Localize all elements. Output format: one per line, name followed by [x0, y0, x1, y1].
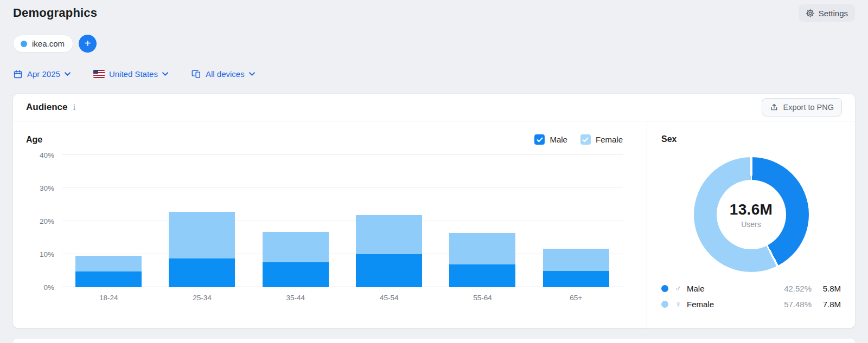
domain-row: ikea.com + — [13, 35, 855, 53]
x-tick-label: 55-64 — [436, 294, 529, 302]
bar-bands — [62, 154, 623, 287]
domain-chip[interactable]: ikea.com — [13, 35, 73, 53]
sex-donut-center: 13.6M Users — [717, 180, 786, 249]
sex-title: Sex — [661, 134, 841, 144]
bar-stack[interactable] — [543, 249, 609, 287]
bar-segment-female[interactable] — [263, 232, 329, 262]
age-section: Age Male Female — [13, 121, 647, 328]
chevron-down-icon — [65, 72, 71, 76]
bar-segment-male[interactable] — [543, 271, 609, 288]
bar-band — [62, 154, 155, 287]
y-tick-label: 0% — [43, 283, 54, 292]
sex-legend: ♂ Male 42.52% 5.8M ♀ Female 57.48% 7.8M — [661, 281, 841, 312]
female-label: Female — [687, 300, 714, 309]
bar-segment-female[interactable] — [75, 256, 142, 271]
total-users-label: Users — [741, 220, 761, 229]
devices-filter-label: All devices — [206, 69, 245, 79]
bar-segment-male[interactable] — [449, 264, 515, 287]
female-value: 7.8M — [812, 300, 841, 309]
audience-title: Audience — [26, 102, 68, 113]
x-tick-label: 45-54 — [342, 294, 436, 302]
bar-band — [342, 154, 436, 287]
male-dot — [661, 285, 668, 292]
bar-segment-female[interactable] — [356, 215, 422, 254]
x-axis: 18-2425-3435-4445-5455-6465+ — [62, 294, 623, 302]
devices-icon — [191, 69, 201, 79]
age-plot: 18-2425-3435-4445-5455-6465+ — [62, 154, 623, 302]
x-tick-label: 65+ — [529, 294, 623, 302]
female-checkbox[interactable] — [580, 134, 591, 145]
chevron-down-icon — [162, 72, 168, 76]
domain-color-dot — [21, 41, 27, 47]
age-header: Age Male Female — [26, 134, 623, 145]
bar-band — [249, 154, 342, 287]
x-tick-label: 18-24 — [62, 294, 155, 302]
y-axis: 0%10%20%30%40% — [26, 154, 54, 302]
y-tick-label: 10% — [40, 250, 54, 258]
x-tick-label: 25-34 — [155, 294, 248, 302]
us-flag-icon — [93, 70, 105, 78]
female-dot — [661, 301, 668, 308]
legend-female-label: Female — [596, 135, 623, 144]
settings-button[interactable]: Settings — [799, 4, 855, 22]
bar-segment-female[interactable] — [449, 233, 515, 264]
sex-donut: 13.6M Users — [694, 157, 809, 272]
domain-label: ikea.com — [32, 39, 65, 48]
bar-segment-female[interactable] — [169, 212, 235, 258]
sex-row-female[interactable]: ♀ Female 57.48% 7.8M — [661, 296, 841, 312]
y-tick-label: 30% — [40, 184, 54, 192]
male-label: Male — [687, 284, 705, 293]
audience-card: Audience i Export to PNG Age — [13, 94, 855, 328]
male-symbol-icon: ♂ — [673, 284, 683, 294]
male-percent: 42.52% — [784, 284, 812, 293]
x-tick-label: 35-44 — [249, 294, 342, 302]
date-filter-label: Apr 2025 — [27, 69, 60, 79]
export-to-png-button[interactable]: Export to PNG — [762, 98, 842, 117]
bar-segment-male[interactable] — [356, 254, 422, 287]
bar-stack[interactable] — [169, 212, 235, 287]
legend-item-male[interactable]: Male — [534, 134, 567, 145]
bar-stack[interactable] — [356, 215, 422, 287]
bar-stack[interactable] — [75, 256, 142, 287]
male-value: 5.8M — [812, 284, 841, 293]
sex-row-male[interactable]: ♂ Male 42.52% 5.8M — [661, 281, 841, 296]
audience-card-header: Audience i Export to PNG — [13, 94, 855, 121]
page-title: Demographics — [13, 6, 97, 20]
sex-panel: Sex 13.6M Users ♂ Male 42.52% 5.8M — [647, 121, 855, 328]
bar-stack[interactable] — [263, 232, 329, 287]
add-domain-button[interactable]: + — [79, 35, 97, 53]
bar-band — [529, 154, 623, 287]
bar-segment-male[interactable] — [169, 258, 235, 287]
bar-segment-female[interactable] — [543, 249, 609, 271]
next-card-edge — [13, 339, 855, 343]
devices-filter[interactable]: All devices — [191, 69, 255, 79]
y-tick-label: 40% — [40, 151, 54, 159]
date-filter[interactable]: Apr 2025 — [13, 69, 71, 79]
filter-row: Apr 2025 United States All devices — [13, 69, 855, 79]
export-upload-icon — [770, 103, 778, 112]
location-filter[interactable]: United States — [93, 69, 168, 79]
bar-stack[interactable] — [449, 233, 515, 287]
male-checkbox[interactable] — [534, 134, 545, 145]
bar-band — [436, 154, 529, 287]
settings-label: Settings — [819, 9, 848, 18]
age-title: Age — [26, 135, 42, 145]
female-percent: 57.48% — [784, 300, 812, 309]
top-header: Demographics Settings — [13, 0, 855, 22]
bar-segment-male[interactable] — [75, 271, 142, 287]
location-filter-label: United States — [109, 69, 158, 79]
age-legend: Male Female — [534, 134, 623, 145]
y-tick-label: 20% — [40, 217, 54, 225]
bar-segment-male[interactable] — [263, 262, 329, 287]
total-users-value: 13.6M — [730, 201, 773, 218]
export-label: Export to PNG — [783, 103, 834, 112]
info-icon[interactable]: i — [73, 102, 76, 112]
bar-band — [155, 154, 248, 287]
legend-male-label: Male — [550, 135, 567, 144]
chevron-down-icon — [249, 72, 255, 76]
audience-card-body: Age Male Female — [13, 121, 855, 328]
age-chart: 0%10%20%30%40% 18-2425-3435-4445-5455-64… — [26, 154, 623, 328]
legend-item-female[interactable]: Female — [580, 134, 623, 145]
gear-icon — [806, 9, 815, 18]
calendar-icon — [13, 69, 23, 79]
